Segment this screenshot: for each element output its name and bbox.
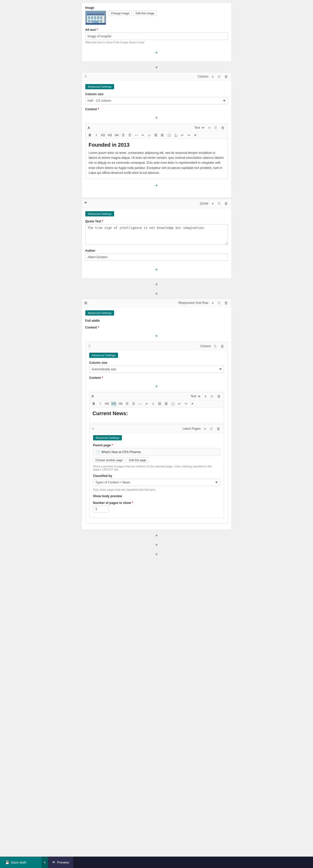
text-block-1-copy[interactable]: ⎘ [214,125,218,130]
quote-delete-btn[interactable]: 🗑 [223,201,229,206]
outer-add-btn-bottom-3[interactable]: + [153,551,160,558]
toolbar-unlink-1[interactable]: ⛓ [160,133,165,137]
outer-add-btn-1[interactable]: + [153,64,160,71]
toolbar-bold-1[interactable]: B [87,133,93,137]
toolbar-link-2[interactable]: ⛓ [157,401,163,406]
toolbar-bold-2[interactable]: B [91,401,97,406]
toolbar-ol-1[interactable]: ☰ [127,133,133,137]
outer-add-btn-bottom-1[interactable]: + [153,532,160,539]
toolbar-clear-1[interactable]: ✕ [193,133,198,137]
edit-this-page-btn[interactable]: Edit this page [127,458,148,463]
toolbar-ul-2[interactable]: ☰ [125,401,130,406]
toolbar-clear-2[interactable]: ✕ [189,401,195,406]
toolbar-h2-1[interactable]: H2 [100,133,106,137]
toolbar-italic-1[interactable]: I [94,133,99,137]
column-1-copy-btn[interactable]: ⎘ [217,74,221,79]
toolbar-hr-2[interactable]: — [137,401,143,406]
text-block-2-content[interactable]: Current News: [90,407,224,423]
responsive-grid-header-left: ⊞ [84,301,88,305]
responsive-grid-advanced-settings-btn[interactable]: Advanced Settings [85,310,114,315]
toolbar-ol-2[interactable]: ☰ [131,401,137,406]
number-of-pages-required-star: * [132,501,133,505]
responsive-grid-copy-btn[interactable]: ⎘ [217,300,221,305]
toolbar-ul-1[interactable]: ☰ [120,133,126,137]
outer-plus-bottom-2: + [81,540,232,550]
column-2-delete-btn[interactable]: 🗑 [219,344,225,349]
latest-pages-advanced-settings-btn[interactable]: Advanced Settings [93,435,122,440]
choose-another-page-btn[interactable]: Choose another page [93,458,125,463]
latest-pages-delete-btn[interactable]: 🗑 [215,426,221,431]
author-input[interactable] [85,253,228,261]
toolbar-anchor-1[interactable]: ⚓ [173,133,179,137]
add-content-inner-1[interactable]: + [153,114,160,121]
text-type-select-1[interactable]: Text [193,126,205,130]
quote-text-input[interactable] [85,224,228,245]
column-2-add-content[interactable]: + [153,383,160,390]
grid-dots-icon-1: ⠿ [84,74,87,79]
text-block-1-content[interactable]: Founded in 2013 Lorem ipsum dolor sit am… [85,139,228,179]
latest-pages-section: ≡ Latest Pages ∧ ⎘ 🗑 [89,424,224,518]
text-type-select-2[interactable]: Text [189,394,201,398]
column-2-advanced-settings-btn[interactable]: Advanced Settings [89,353,118,358]
save-draft-button[interactable]: 💾 Save draft [0,857,41,868]
responsive-grid-delete-btn[interactable]: 🗑 [223,300,229,305]
quote-chevron-up[interactable]: ∧ [211,201,215,206]
change-image-button[interactable]: Change image [109,11,132,16]
add-content-btn-1[interactable]: + [153,49,160,56]
toolbar-h4-2[interactable]: H4 [117,401,124,406]
column-size-field-1: Column size Half - 1/2 column [85,92,228,104]
outer-add-btn-3[interactable]: + [153,290,160,298]
add-content-after-text-1[interactable]: + [153,182,160,189]
toolbar-h2-2[interactable]: H2 [104,401,110,406]
quote-copy-btn[interactable]: ⎘ [217,201,221,206]
column-1-delete-btn[interactable]: 🗑 [223,74,229,79]
classified-by-select[interactable]: Types of Content > News [93,479,220,486]
toolbar-image-2[interactable]: ⬜ [170,401,176,406]
text-block-1-chevron[interactable]: ∨ [207,125,212,130]
latest-pages-copy-btn[interactable]: ⎘ [209,426,213,431]
text-block-2-chevron[interactable]: ∨ [203,394,208,399]
column-section-2-header: ⠿ Column ⎘ 🗑 [85,342,228,350]
toolbar-h4-1[interactable]: H4 [113,133,119,137]
save-options-chevron[interactable]: ∧ [41,857,48,868]
preview-button[interactable]: 👁 Preview [48,857,73,868]
text-block-2-copy[interactable]: ⎘ [210,394,214,399]
toolbar-unlink-2[interactable]: ⛓ [163,401,169,406]
grid-add-content-btn[interactable]: + [153,333,160,340]
toolbar-undo-2[interactable]: ↩ [177,401,182,406]
outer-add-btn-2[interactable]: + [153,281,160,288]
column-size-select-2[interactable]: Automatically size [89,366,224,373]
outer-add-btn-bottom-2[interactable]: + [153,541,160,549]
svg-rect-12 [100,20,102,23]
text-block-2-delete[interactable]: 🗑 [216,394,222,399]
toolbar-link-1[interactable]: ⛓ [153,133,159,137]
toolbar-emoji-2[interactable]: ☺ [150,401,156,406]
toolbar-enter-1[interactable]: ↵ [140,133,146,137]
column-1-chevron-up[interactable]: ∧ [211,74,215,79]
toolbar-emoji-1[interactable]: ☺ [146,133,152,137]
parent-page-required-star: * [112,443,113,447]
edit-image-button[interactable]: Edit this image [133,11,156,16]
toolbar-redo-1[interactable]: ↪ [186,133,192,137]
toolbar-enter-2[interactable]: ↵ [144,401,150,406]
column-1-advanced-settings-btn[interactable]: Advanced Settings [85,84,114,89]
svg-rect-14 [85,23,106,25]
alt-text-input[interactable] [85,33,228,40]
toolbar-redo-2[interactable]: ↪ [183,401,189,406]
column-size-select-wrapper-2: Automatically size [89,366,224,373]
text-block-1-delete[interactable]: 🗑 [220,125,225,130]
responsive-grid-chevron-up[interactable]: ∧ [211,301,215,305]
toolbar-h3-2[interactable]: H3 [111,401,117,406]
toolbar-h3-1[interactable]: H3 [107,133,113,137]
latest-pages-chevron-up[interactable]: ∧ [203,426,207,431]
toolbar-italic-2[interactable]: I [98,401,103,406]
content-field-2: Content * + A [89,376,224,518]
column-size-select-1[interactable]: Half - 1/2 column [85,97,228,104]
toolbar-undo-1[interactable]: ↩ [179,133,185,137]
quote-advanced-settings-btn[interactable]: Advanced Settings [85,211,114,216]
toolbar-image-1[interactable]: ⬜ [166,133,172,137]
quote-add-btn[interactable]: + [153,266,160,273]
toolbar-hr-1[interactable]: — [134,133,139,137]
column-2-copy-btn[interactable]: ⎘ [213,344,217,349]
number-of-pages-input[interactable] [93,506,109,513]
